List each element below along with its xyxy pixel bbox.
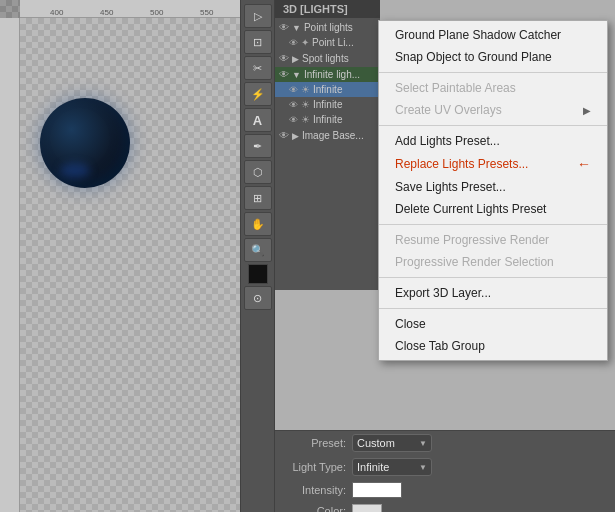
menu-label-delete-lights-preset: Delete Current Lights Preset	[395, 202, 546, 216]
toolbar-panel: ▷ ⊡ ✂ ⚡ A ✒ ⬡ ⊞ ✋ 🔍 ⊙	[240, 0, 275, 512]
eye-icon-i2: 👁	[289, 100, 298, 110]
eye-icon-infinite: 👁	[279, 69, 289, 80]
menu-replace-lights-presets[interactable]: Replace Lights Presets... ←	[379, 152, 607, 176]
menu-progressive-render: Progressive Render Selection	[379, 251, 607, 273]
menu-close[interactable]: Close	[379, 313, 607, 335]
panel-tab-header: 3D [LIGHTS]	[275, 0, 380, 18]
ruler-left	[0, 18, 20, 512]
eye-icon-image: 👁	[279, 130, 289, 141]
tool-color[interactable]	[248, 264, 268, 284]
light-group-image: 👁 ▶ Image Base...	[275, 128, 380, 143]
tool-eyedrop[interactable]: ⊙	[244, 286, 272, 310]
infinite-icon-1: ☀	[301, 84, 310, 95]
menu-select-paintable: Select Paintable Areas	[379, 77, 607, 99]
infinite-icon-3: ☀	[301, 114, 310, 125]
light-type-row: Light Type: Infinite ▼	[275, 455, 615, 479]
eye-icon: 👁	[289, 38, 298, 48]
menu-label-replace-lights-presets: Replace Lights Presets...	[395, 157, 528, 171]
light-group-header-image[interactable]: 👁 ▶ Image Base...	[275, 128, 380, 143]
light-item-infinite-3[interactable]: 👁 ☀ Infinite	[275, 112, 380, 127]
tool-zoom[interactable]: 🔍	[244, 238, 272, 262]
tool-pen[interactable]: ✒	[244, 134, 272, 158]
light-group-header-point[interactable]: 👁 ▼ Point lights	[275, 20, 380, 35]
tool-crop[interactable]: ✂	[244, 56, 272, 80]
intensity-row: Intensity:	[275, 479, 615, 501]
ruler-tick: 550	[200, 8, 213, 17]
lights-panel: 3D [LIGHTS] 👁 ▼ Point lights 👁 ✦ Point L…	[275, 0, 380, 290]
light-group-header-spot[interactable]: 👁 ▶ Spot lights	[275, 51, 380, 66]
light-type-value: Infinite	[357, 461, 389, 473]
tool-magic[interactable]: ⚡	[244, 82, 272, 106]
color-row: Color:	[275, 501, 615, 512]
group-label-point: Point lights	[304, 22, 353, 33]
light-type-dropdown[interactable]: Infinite ▼	[352, 458, 432, 476]
light-item-infinite-1[interactable]: 👁 ☀ Infinite	[275, 82, 380, 97]
menu-separator-3	[379, 224, 607, 225]
menu-label-create-uv: Create UV Overlays	[395, 103, 502, 117]
menu-save-lights-preset[interactable]: Save Lights Preset...	[379, 176, 607, 198]
menu-label-close-tab-group: Close Tab Group	[395, 339, 485, 353]
group-label-image: Image Base...	[302, 130, 364, 141]
eye-icon-point: 👁	[279, 22, 289, 33]
expand-arrow-infinite: ▼	[292, 70, 301, 80]
ruler-tick: 500	[150, 8, 163, 17]
eye-icon-i3: 👁	[289, 115, 298, 125]
point-icon: ✦	[301, 37, 309, 48]
menu-label-snap-object: Snap Object to Ground Plane	[395, 50, 552, 64]
intensity-input[interactable]	[352, 482, 402, 498]
infinite-icon-2: ☀	[301, 99, 310, 110]
tool-shape[interactable]: ⬡	[244, 160, 272, 184]
submenu-arrow-icon: ▶	[583, 105, 591, 116]
menu-export-3d[interactable]: Export 3D Layer...	[379, 282, 607, 304]
menu-ground-plane-shadow[interactable]: Ground Plane Shadow Catcher	[379, 24, 607, 46]
light-group-header-infinite[interactable]: 👁 ▼ Infinite ligh...	[275, 67, 380, 82]
menu-snap-object[interactable]: Snap Object to Ground Plane	[379, 46, 607, 68]
menu-add-lights-preset[interactable]: Add Lights Preset...	[379, 130, 607, 152]
tool-text[interactable]: A	[244, 108, 272, 132]
ruler-tick: 400	[50, 8, 63, 17]
menu-separator-5	[379, 308, 607, 309]
preset-dropdown[interactable]: Custom ▼	[352, 434, 432, 452]
menu-label-select-paintable: Select Paintable Areas	[395, 81, 516, 95]
menu-label-add-lights-preset: Add Lights Preset...	[395, 134, 500, 148]
canvas-content	[20, 18, 240, 512]
tool-select[interactable]: ⊡	[244, 30, 272, 54]
menu-label-resume-render: Resume Progressive Render	[395, 233, 549, 247]
tool-hand[interactable]: ✋	[244, 212, 272, 236]
menu-delete-lights-preset[interactable]: Delete Current Lights Preset	[379, 198, 607, 220]
light-item-point[interactable]: 👁 ✦ Point Li...	[275, 35, 380, 50]
point-label: Point Li...	[312, 37, 354, 48]
color-swatch[interactable]	[352, 504, 382, 512]
light-group-infinite: 👁 ▼ Infinite ligh... 👁 ☀ Infinite 👁 ☀ In…	[275, 67, 380, 127]
infinite-label-1: Infinite	[313, 84, 342, 95]
expand-arrow-image: ▶	[292, 131, 299, 141]
canvas-area: 400 450 500 550	[0, 0, 240, 512]
light-type-label: Light Type:	[281, 461, 346, 473]
infinite-label-3: Infinite	[313, 114, 342, 125]
menu-label-close: Close	[395, 317, 426, 331]
color-label: Color:	[281, 505, 346, 512]
expand-arrow-spot: ▶	[292, 54, 299, 64]
ruler-top: 400 450 500 550	[20, 0, 240, 18]
preset-row: Preset: Custom ▼	[275, 431, 615, 455]
menu-close-tab-group[interactable]: Close Tab Group	[379, 335, 607, 357]
menu-resume-render: Resume Progressive Render	[379, 229, 607, 251]
tool-3d[interactable]: ⊞	[244, 186, 272, 210]
panel-title: 3D [LIGHTS]	[283, 3, 348, 15]
ruler-tick: 450	[100, 8, 113, 17]
menu-label-export-3d: Export 3D Layer...	[395, 286, 491, 300]
menu-separator-1	[379, 72, 607, 73]
eye-icon-spot: 👁	[279, 53, 289, 64]
intensity-label: Intensity:	[281, 484, 346, 496]
arrow-indicator-icon: ←	[577, 156, 591, 172]
menu-separator-4	[379, 277, 607, 278]
menu-separator-2	[379, 125, 607, 126]
light-item-infinite-2[interactable]: 👁 ☀ Infinite	[275, 97, 380, 112]
light-type-chevron-icon: ▼	[419, 463, 427, 472]
tool-move[interactable]: ▷	[244, 4, 272, 28]
3d-sphere	[40, 98, 130, 188]
light-group-point: 👁 ▼ Point lights 👁 ✦ Point Li...	[275, 20, 380, 50]
infinite-label-2: Infinite	[313, 99, 342, 110]
preset-chevron-icon: ▼	[419, 439, 427, 448]
menu-label-progressive-render: Progressive Render Selection	[395, 255, 554, 269]
